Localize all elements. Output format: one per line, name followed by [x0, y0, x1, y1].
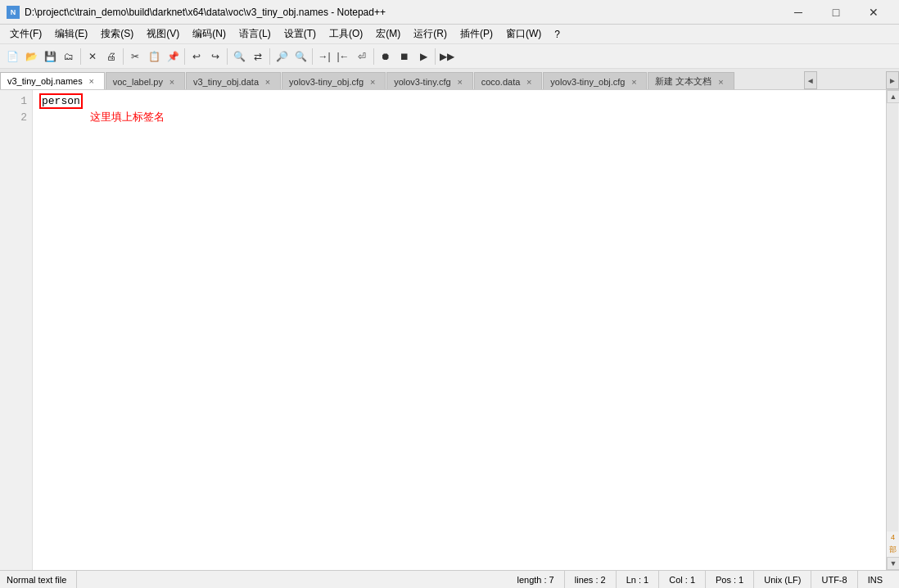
open-button[interactable]: 📂 [22, 47, 40, 66]
menu-item-F[interactable]: 文件(F) [3, 25, 48, 43]
tab-label-2: v3_tiny_obj.data [193, 77, 259, 87]
line-numbers: 1 2 [0, 90, 33, 570]
macro-stop-button[interactable]: ⏹ [395, 47, 413, 66]
menu-item-N[interactable]: 编码(N) [186, 25, 233, 43]
status-length: length : 7 [507, 571, 564, 589]
macro-record-button[interactable]: ⏺ [377, 47, 395, 66]
indent-button[interactable]: →| [315, 47, 333, 66]
tab-0[interactable]: v3_tiny_obj.names× [0, 72, 105, 90]
tab-close-6[interactable]: × [628, 76, 639, 88]
scroll-up-arrow[interactable]: ▲ [887, 90, 899, 103]
toolbar-separator-7 [373, 48, 374, 65]
outdent-button[interactable]: |← [334, 47, 352, 66]
editor-content[interactable]: person 这里填上标签名 [33, 90, 886, 570]
status-bar: Normal text file length : 7 lines : 2 Ln… [0, 570, 899, 588]
status-pos: Pos : 1 [706, 571, 754, 589]
tab-close-3[interactable]: × [367, 76, 378, 88]
print-button[interactable]: 🖨 [102, 47, 120, 66]
code-line-1: person [39, 93, 879, 110]
undo-button[interactable]: ↩ [187, 47, 206, 66]
tab-close-0[interactable]: × [86, 75, 97, 87]
menu-item-R[interactable]: 运行(R) [407, 25, 454, 43]
line-num-1: 1 [0, 93, 27, 110]
tab-close-5[interactable]: × [523, 76, 535, 88]
tab-close-1[interactable]: × [166, 76, 178, 88]
tab-close-7[interactable]: × [716, 76, 727, 88]
status-file-type: Normal text file [7, 571, 77, 589]
status-col: Col : 1 [659, 571, 706, 589]
toolbar: 📄 📂 💾 🗂 ✕ 🖨 ✂ 📋 📌 ↩ ↪ 🔍 ⇄ 🔎 🔍 →| |← ⏎ ⏺ … [0, 44, 899, 69]
toolbar-separator-4 [227, 48, 228, 65]
scroll-track [887, 103, 898, 531]
minimize-button[interactable]: ─ [779, 0, 817, 25]
menu-item-M[interactable]: 宏(M) [369, 25, 407, 43]
tab-scroll-left[interactable]: ◄ [804, 71, 817, 89]
comment-text: 这里填上标签名 [39, 111, 165, 124]
right-indicators: ▲ 4 部 ▼ [886, 90, 899, 570]
right-indicator-2[interactable]: 部 [887, 543, 899, 557]
tab-close-2[interactable]: × [262, 76, 273, 88]
tab-label-5: coco.data [481, 77, 521, 87]
zoom-in-button[interactable]: 🔎 [273, 47, 291, 66]
tab-label-4: yolov3-tiny.cfg [394, 77, 451, 87]
tab-1[interactable]: voc_label.py× [106, 72, 185, 90]
cut-button[interactable]: ✂ [126, 47, 144, 66]
right-indicator-1[interactable]: 4 [887, 531, 899, 543]
status-encoding: UTF-8 [811, 571, 857, 589]
run-button[interactable]: ▶▶ [438, 47, 456, 66]
tab-label-1: voc_label.py [113, 77, 163, 87]
maximize-button[interactable]: □ [817, 0, 855, 25]
tab-2[interactable]: v3_tiny_obj.data× [186, 72, 281, 90]
status-lines: lines : 2 [565, 571, 617, 589]
tab-label-6: yolov3-tiny_obj.cfg [550, 77, 625, 87]
tab-4[interactable]: yolov3-tiny.cfg× [386, 72, 473, 90]
highlighted-text: person [39, 93, 83, 109]
menu-bar: 文件(F)编辑(E)搜索(S)视图(V)编码(N)语言(L)设置(T)工具(O)… [0, 25, 899, 44]
status-insert-mode: INS [858, 571, 892, 589]
status-ln: Ln : 1 [617, 571, 660, 589]
save-all-button[interactable]: 🗂 [60, 47, 78, 66]
tab-scroll-right[interactable]: ► [886, 71, 899, 89]
zoom-out-button[interactable]: 🔍 [291, 47, 309, 66]
toolbar-separator-5 [269, 48, 270, 65]
menu-item-[interactable]: ? [548, 25, 567, 43]
tab-label-3: yolov3-tiny_obj.cfg [289, 77, 364, 87]
toolbar-separator-2 [123, 48, 124, 65]
scroll-down-arrow[interactable]: ▼ [887, 557, 899, 570]
menu-item-E[interactable]: 编辑(E) [48, 25, 94, 43]
tab-close-4[interactable]: × [454, 76, 466, 88]
wrap-button[interactable]: ⏎ [353, 47, 371, 66]
redo-button[interactable]: ↪ [206, 47, 224, 66]
close-button[interactable]: ✕ [855, 0, 892, 25]
close-file-button[interactable]: ✕ [84, 47, 102, 66]
toolbar-separator-3 [184, 48, 185, 65]
menu-item-S[interactable]: 搜索(S) [94, 25, 140, 43]
title-bar: N D:\project\c\train_demo\build\darknet\… [0, 0, 899, 25]
code-line-2: 这里填上标签名 [39, 110, 879, 126]
menu-item-O[interactable]: 工具(O) [323, 25, 369, 43]
new-button[interactable]: 📄 [3, 47, 21, 66]
menu-item-V[interactable]: 视图(V) [140, 25, 186, 43]
menu-item-L[interactable]: 语言(L) [233, 25, 278, 43]
tab-6[interactable]: yolov3-tiny_obj.cfg× [543, 72, 647, 90]
menu-item-T[interactable]: 设置(T) [278, 25, 323, 43]
macro-play-button[interactable]: ▶ [414, 47, 432, 66]
status-line-ending: Unix (LF) [754, 571, 811, 589]
toolbar-separator-6 [312, 48, 313, 65]
replace-button[interactable]: ⇄ [249, 47, 267, 66]
tab-3[interactable]: yolov3-tiny_obj.cfg× [282, 72, 386, 90]
paste-button[interactable]: 📌 [164, 47, 182, 66]
tab-7[interactable]: 新建 文本文档× [648, 72, 734, 90]
window-title: D:\project\c\train_demo\build\darknet\x6… [25, 7, 779, 18]
save-button[interactable]: 💾 [41, 47, 59, 66]
copy-button[interactable]: 📋 [145, 47, 163, 66]
menu-item-P[interactable]: 插件(P) [454, 25, 499, 43]
editor-area: 1 2 person 这里填上标签名 ▲ 4 部 ▼ [0, 90, 899, 570]
tab-label-7: 新建 文本文档 [655, 75, 712, 88]
tab-5[interactable]: coco.data× [474, 72, 543, 90]
find-button[interactable]: 🔍 [230, 47, 248, 66]
line-num-2: 2 [0, 110, 27, 126]
menu-item-W[interactable]: 窗口(W) [499, 25, 548, 43]
toolbar-separator-1 [80, 48, 81, 65]
tabs-bar: v3_tiny_obj.names×voc_label.py×v3_tiny_o… [0, 69, 899, 90]
